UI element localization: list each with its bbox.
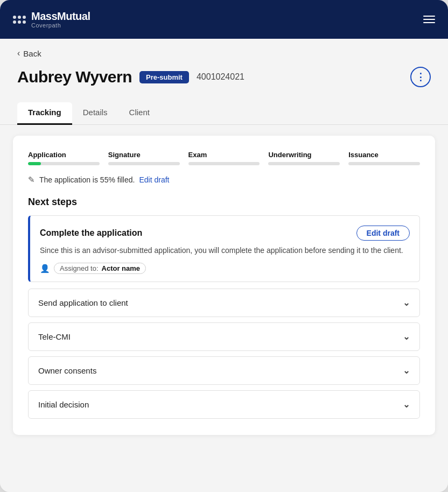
- logo-name: MassMutual: [31, 10, 90, 22]
- chevron-down-icon: ⌄: [403, 366, 410, 376]
- assigned-pill: Assigned to: Actor name: [54, 263, 146, 274]
- back-arrow-icon: ‹: [17, 48, 20, 58]
- chevron-down-icon: ⌄: [403, 298, 410, 308]
- logo-sub: Coverpath: [31, 22, 90, 29]
- step-card-title: Complete the application: [40, 228, 142, 238]
- person-icon: 👤: [40, 264, 50, 273]
- collapse-owner-consents[interactable]: Owner consents ⌄: [28, 356, 420, 385]
- collapse-owner-consents-label: Owner consents: [38, 366, 96, 375]
- collapse-initial-decision[interactable]: Initial decision ⌄: [28, 390, 420, 419]
- assigned-label: Assigned to:: [60, 264, 99, 272]
- policy-number: 4001024021: [197, 72, 244, 82]
- progress-underwriting-label: Underwriting: [268, 151, 340, 159]
- patient-name: Aubrey Wyvern: [17, 68, 132, 86]
- progress-application-bar-bg: [28, 162, 100, 165]
- progress-signature: Signature: [108, 151, 180, 165]
- page-title-row: Aubrey Wyvern Pre-submit 4001024021 ⋮: [0, 62, 448, 87]
- step-card-description: Since this is an advisor-submitted appli…: [40, 245, 410, 256]
- progress-application: Application: [28, 151, 100, 165]
- progress-exam-bar-bg: [188, 162, 260, 165]
- title-left: Aubrey Wyvern Pre-submit 4001024021: [17, 68, 244, 86]
- progress-application-bar-fill: [28, 162, 41, 165]
- status-message-text: The application is 55% filled.: [39, 175, 135, 184]
- step-card-header: Complete the application Edit draft: [40, 226, 410, 241]
- progress-issuance: Issuance: [348, 151, 420, 165]
- back-button[interactable]: ‹ Back: [0, 39, 448, 62]
- back-label: Back: [23, 49, 41, 58]
- logo-area: MassMutual Coverpath: [13, 10, 90, 29]
- menu-button[interactable]: [423, 16, 435, 23]
- page-content: ‹ Back Aubrey Wyvern Pre-submit 40010240…: [0, 39, 448, 492]
- collapse-send-application-label: Send application to client: [38, 298, 128, 307]
- progress-section: Application Signature Exam: [28, 151, 420, 165]
- collapse-tele-cmi[interactable]: Tele-CMI ⌄: [28, 322, 420, 351]
- status-message: ✎ The application is 55% filled. Edit dr…: [28, 175, 420, 185]
- tab-bar: Tracking Details Client: [0, 92, 448, 125]
- edit-draft-button[interactable]: Edit draft: [356, 226, 410, 241]
- progress-exam-label: Exam: [188, 151, 260, 159]
- app-header: MassMutual Coverpath: [0, 0, 448, 39]
- progress-underwriting-bar-bg: [268, 162, 340, 165]
- tab-client[interactable]: Client: [118, 102, 160, 125]
- more-options-button[interactable]: ⋮: [410, 67, 431, 87]
- progress-exam: Exam: [188, 151, 260, 165]
- collapse-initial-decision-label: Initial decision: [38, 400, 89, 409]
- edit-draft-link[interactable]: Edit draft: [139, 175, 169, 184]
- progress-signature-bar-bg: [108, 162, 180, 165]
- tab-tracking[interactable]: Tracking: [17, 102, 72, 125]
- logo-text: MassMutual Coverpath: [31, 10, 90, 29]
- progress-signature-label: Signature: [108, 151, 180, 159]
- chevron-down-icon: ⌄: [403, 332, 410, 342]
- collapse-send-application[interactable]: Send application to client ⌄: [28, 289, 420, 317]
- progress-issuance-label: Issuance: [348, 151, 420, 159]
- primary-step-card: Complete the application Edit draft Sinc…: [28, 215, 420, 282]
- chevron-down-icon: ⌄: [403, 399, 410, 410]
- next-steps-title: Next steps: [28, 196, 420, 208]
- app-frame: MassMutual Coverpath ‹ Back Aubrey Wyver…: [0, 0, 448, 492]
- main-card: Application Signature Exam: [13, 136, 435, 435]
- progress-issuance-bar-bg: [348, 162, 420, 165]
- progress-underwriting: Underwriting: [268, 151, 340, 165]
- progress-application-label: Application: [28, 151, 100, 159]
- logo-icon: [13, 16, 26, 24]
- assigned-row: 👤 Assigned to: Actor name: [40, 263, 410, 274]
- edit-draft-icon: ✎: [28, 175, 35, 185]
- assigned-name: Actor name: [102, 264, 141, 272]
- status-badge: Pre-submit: [139, 71, 189, 83]
- tab-details[interactable]: Details: [72, 102, 118, 125]
- collapse-tele-cmi-label: Tele-CMI: [38, 332, 71, 341]
